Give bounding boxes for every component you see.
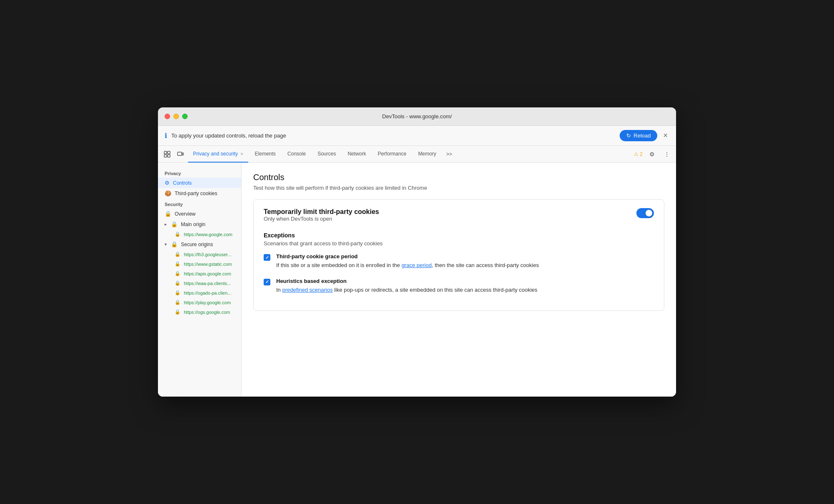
tab-network-label: Network [348, 151, 366, 157]
close-notification-button[interactable]: × [661, 131, 669, 140]
tab-elements-label: Elements [255, 151, 276, 157]
url5-label: https://ogads-pa.clien... [184, 290, 231, 295]
grace-period-checkbox-wrap [264, 254, 270, 270]
sidebar-item-url4[interactable]: 🔒 https://waa-pa.clients... [158, 278, 241, 288]
tab-console[interactable]: Console [282, 146, 311, 163]
reload-button[interactable]: ↻ Reload [620, 130, 657, 141]
tab-memory[interactable]: Memory [413, 146, 441, 163]
lock-icon-main-url: 🔒 [175, 232, 181, 237]
sidebar-item-third-party-cookies[interactable]: 🍪 Third-party cookies [158, 188, 241, 199]
reload-label: Reload [633, 132, 651, 139]
lock-icon-url4: 🔒 [175, 280, 181, 286]
warning-badge[interactable]: ⚠ 2 [634, 151, 643, 157]
exceptions-description: Scenarios that grant access to third-par… [264, 240, 654, 247]
url3-label: https://apis.google.com [184, 271, 231, 276]
sidebar-item-url5[interactable]: 🔒 https://ogads-pa.clien... [158, 288, 241, 298]
minimize-button[interactable] [173, 114, 179, 119]
heuristics-checkbox[interactable] [264, 279, 270, 285]
sidebar: Privacy ⚙ Controls 🍪 Third-party cookies… [158, 163, 242, 397]
lock-icon-main-origin: 🔒 [171, 221, 178, 227]
url6-label: https://play.google.com [184, 300, 231, 305]
heuristics-text-after: like pop-ups or redirects, a site embedd… [333, 287, 537, 293]
warning-count: 2 [640, 151, 643, 157]
tab-console-label: Console [287, 151, 306, 157]
svg-rect-0 [164, 151, 167, 154]
sidebar-item-url6[interactable]: 🔒 https://play.google.com [158, 298, 241, 307]
cookie-icon: 🍪 [165, 190, 171, 196]
sidebar-item-controls[interactable]: ⚙ Controls [158, 178, 241, 188]
tab-close-icon[interactable]: × [240, 151, 243, 156]
privacy-section-label: Privacy [158, 168, 241, 178]
content-area: Controls Test how this site will perform… [242, 163, 676, 397]
card-header-text: Temporarily limit third-party cookies On… [264, 208, 379, 230]
grace-period-text-before: If this site or a site embedded on it is… [276, 262, 402, 268]
main-origin-url: https://www.google.com [184, 232, 232, 237]
grace-period-text: If this site or a site embedded on it is… [276, 261, 539, 270]
window-title: DevTools - www.google.com/ [382, 113, 452, 120]
toolbar: Privacy and security × Elements Console … [158, 146, 676, 163]
tab-network[interactable]: Network [343, 146, 371, 163]
grace-period-checkbox[interactable] [264, 254, 270, 261]
close-button[interactable] [165, 114, 170, 119]
gear-icon: ⚙ [165, 180, 170, 186]
sidebar-main-origin-label: Main origin [181, 221, 206, 227]
sidebar-item-main-origin[interactable]: ▸ 🔒 Main origin [158, 219, 241, 229]
sidebar-item-overview[interactable]: 🔒 Overview [158, 209, 241, 219]
tab-privacy-security-label: Privacy and security [193, 151, 238, 157]
sidebar-item-url7[interactable]: 🔒 https://ogs.google.com [158, 307, 241, 317]
heuristics-content: Heuristics based exception In predefined… [276, 278, 537, 294]
svg-rect-5 [182, 153, 183, 155]
info-icon: ℹ [165, 132, 167, 140]
arrow-icon-secure-origins: ▾ [165, 242, 167, 247]
traffic-lights [165, 114, 188, 119]
device-toggle-icon[interactable] [175, 148, 186, 160]
tab-privacy-security[interactable]: Privacy and security × [188, 146, 248, 163]
lock-icon-url2: 🔒 [175, 261, 181, 267]
svg-rect-3 [168, 155, 170, 157]
tab-elements[interactable]: Elements [250, 146, 281, 163]
sidebar-item-main-origin-url[interactable]: 🔒 https://www.google.com [158, 229, 241, 239]
maximize-button[interactable] [182, 114, 188, 119]
reload-icon: ↻ [626, 132, 631, 139]
sidebar-item-url1[interactable]: 🔒 https://lh3.googleuser... [158, 249, 241, 259]
select-tool-icon[interactable] [161, 148, 173, 160]
heuristics-title: Heuristics based exception [276, 278, 537, 284]
notification-bar: ℹ To apply your updated controls, reload… [158, 126, 676, 146]
sidebar-secure-origins-label: Secure origins [181, 242, 213, 247]
page-subtitle: Test how this site will perform if third… [253, 185, 664, 191]
titlebar: DevTools - www.google.com/ [158, 107, 676, 126]
url2-label: https://www.gstatic.com [184, 262, 232, 267]
card-title: Temporarily limit third-party cookies [264, 208, 379, 216]
lock-icon-overview: 🔒 [165, 211, 171, 217]
tab-memory-label: Memory [418, 151, 436, 157]
lock-icon-secure-origins: 🔒 [171, 241, 178, 247]
sidebar-item-url3[interactable]: 🔒 https://apis.google.com [158, 269, 241, 278]
grace-period-text-after: , then the site can access third-party c… [432, 262, 539, 268]
warning-icon: ⚠ [634, 151, 638, 157]
tab-sources-label: Sources [318, 151, 336, 157]
sidebar-item-secure-origins[interactable]: ▾ 🔒 Secure origins [158, 239, 241, 249]
grace-period-link[interactable]: grace period [402, 262, 432, 268]
devtools-window: DevTools - www.google.com/ ℹ To apply yo… [158, 107, 676, 397]
lock-icon-url7: 🔒 [175, 309, 181, 315]
exceptions-title: Exceptions [264, 232, 654, 239]
predefined-scenarios-link[interactable]: predefined scenarios [282, 287, 333, 293]
grace-period-title: Third-party cookie grace period [276, 253, 539, 260]
card-header: Temporarily limit third-party cookies On… [264, 208, 654, 230]
lock-icon-url3: 🔒 [175, 271, 181, 276]
main-content: Privacy ⚙ Controls 🍪 Third-party cookies… [158, 163, 676, 397]
third-party-card: Temporarily limit third-party cookies On… [253, 199, 664, 311]
toolbar-right: ⚠ 2 ⚙ ⋮ [634, 148, 673, 160]
sidebar-controls-label: Controls [173, 180, 192, 186]
more-tabs-button[interactable]: >> [443, 151, 455, 157]
security-section-label: Security [158, 199, 241, 209]
sidebar-item-url2[interactable]: 🔒 https://www.gstatic.com [158, 259, 241, 269]
url4-label: https://waa-pa.clients... [184, 281, 231, 286]
limit-cookies-toggle[interactable] [636, 208, 654, 218]
tab-performance[interactable]: Performance [373, 146, 412, 163]
heuristics-item: Heuristics based exception In predefined… [264, 278, 654, 294]
tab-sources[interactable]: Sources [313, 146, 341, 163]
settings-icon[interactable]: ⚙ [646, 148, 658, 160]
more-options-icon[interactable]: ⋮ [661, 148, 673, 160]
heuristics-text: In predefined scenarios like pop-ups or … [276, 286, 537, 294]
